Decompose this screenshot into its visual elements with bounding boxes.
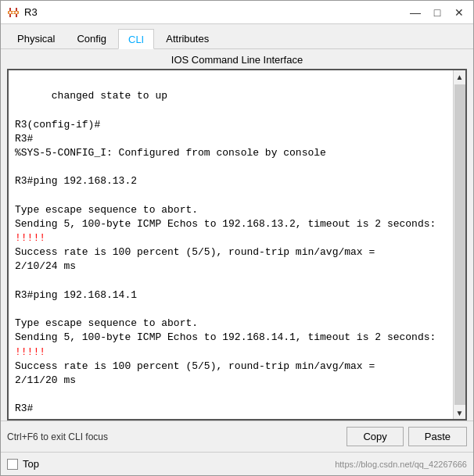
scroll-down-arrow[interactable]: ▼ — [454, 406, 466, 419]
cli-header: IOS Command Line Interface — [1, 49, 473, 69]
scroll-thumb[interactable] — [454, 84, 465, 405]
title-bar-controls: — □ ✕ — [408, 5, 467, 20]
window-title: R3 — [24, 6, 38, 18]
tab-config[interactable]: Config — [66, 29, 117, 48]
svg-point-1 — [9, 11, 12, 13]
svg-point-2 — [13, 11, 15, 13]
cli-terminal-area[interactable]: changed state to up R3(config-if)# R3# %… — [7, 69, 467, 421]
maximize-button[interactable]: □ — [429, 5, 445, 20]
paste-button[interactable]: Paste — [408, 427, 467, 446]
scroll-up-arrow[interactable]: ▲ — [454, 70, 466, 83]
top-checkbox[interactable] — [7, 459, 18, 470]
bottom-bar: Ctrl+F6 to exit CLI focus Copy Paste — [1, 421, 473, 452]
action-buttons: Copy Paste — [347, 427, 467, 446]
svg-rect-5 — [16, 8, 17, 11]
footer-link: https://blog.csdn.net/qq_42267666 — [335, 460, 467, 469]
title-bar-left: R3 — [7, 6, 38, 19]
close-button[interactable]: ✕ — [451, 5, 467, 20]
title-bar: R3 — □ ✕ — [1, 1, 473, 24]
cli-text-normal-2: Success rate is 100 percent (5/5), round… — [15, 246, 436, 343]
tab-cli[interactable]: CLI — [118, 29, 154, 49]
minimize-button[interactable]: — — [408, 5, 423, 20]
cli-text-red-1: !!!!! — [15, 232, 45, 244]
main-window: R3 — □ ✕ Physical Config CLI Attributes … — [0, 0, 474, 476]
tab-bar: Physical Config CLI Attributes — [1, 24, 473, 49]
cli-output[interactable]: changed state to up R3(config-if)# R3# %… — [9, 70, 453, 419]
cli-text-normal-1: changed state to up R3(config-if)# R3# %… — [15, 90, 436, 230]
svg-rect-7 — [16, 14, 17, 17]
footer-left: Top — [7, 458, 39, 470]
cli-text-red-2: !!!!! — [15, 346, 45, 358]
app-icon — [7, 6, 20, 19]
svg-rect-6 — [9, 14, 11, 17]
cli-text-normal-3: Success rate is 100 percent (5/5), round… — [15, 360, 375, 415]
copy-button[interactable]: Copy — [347, 427, 403, 446]
cli-scrollbar[interactable]: ▲ ▼ — [453, 70, 465, 419]
svg-point-3 — [16, 11, 18, 13]
tab-physical[interactable]: Physical — [7, 29, 65, 48]
footer: Top https://blog.csdn.net/qq_42267666 — [1, 452, 473, 475]
svg-rect-4 — [9, 8, 11, 11]
tab-attributes[interactable]: Attributes — [156, 29, 219, 48]
top-label: Top — [23, 458, 39, 470]
cli-hint-text: Ctrl+F6 to exit CLI focus — [7, 431, 108, 442]
